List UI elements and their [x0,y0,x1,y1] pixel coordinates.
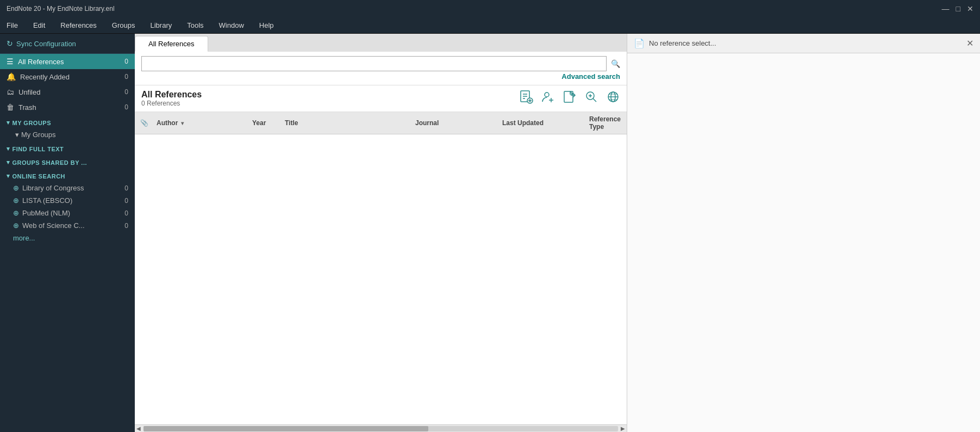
sidebar: ↻ Sync Configuration ☰ All References 0 … [0,34,135,432]
scroll-track[interactable] [143,426,618,431]
table-body [135,134,627,424]
online-search-label: ONLINE SEARCH [13,173,66,180]
tab-all-references[interactable]: All References [135,36,208,52]
svg-point-7 [545,92,549,97]
search-icon[interactable]: 🔍 [611,59,620,68]
right-panel-title: No reference select... [649,39,716,47]
right-panel-doc-icon: 📄 [634,38,645,48]
find-pdf-icon[interactable] [584,90,598,107]
menu-bar: File Edit References Groups Library Tool… [0,17,980,34]
scroll-right-button[interactable]: ▶ [619,425,627,433]
scroll-left-button[interactable]: ◀ [135,425,142,433]
right-panel-body [627,53,980,432]
maximize-button[interactable]: □ [956,4,960,13]
trash-count: 0 [124,103,128,111]
sidebar-item-unfiled[interactable]: 🗂 Unfiled 0 [0,84,135,100]
col-title-header[interactable]: Title [285,119,415,127]
my-groups-section[interactable]: ▾ MY GROUPS [0,115,135,128]
close-button[interactable]: ✕ [967,4,973,13]
export-icon[interactable] [563,90,577,107]
sidebar-item-trash[interactable]: 🗑 Trash 0 [0,100,135,115]
loc-count: 0 [124,184,128,192]
my-groups-chevron-icon: ▾ [7,119,10,126]
col-attach: 📎 [135,119,154,127]
loc-globe-icon: ⊕ [13,184,19,192]
advanced-search-link[interactable]: Advanced search [141,71,620,83]
main-layout: ↻ Sync Configuration ☰ All References 0 … [0,34,980,432]
scroll-thumb[interactable] [143,426,428,431]
sidebar-item-recently-added[interactable]: 🔔 Recently Added 0 [0,69,135,84]
menu-groups[interactable]: Groups [110,19,138,32]
online-item-pubmed[interactable]: ⊕ PubMed (NLM) 0 [0,207,135,219]
lista-globe-icon: ⊕ [13,196,19,205]
online-item-lista[interactable]: ⊕ LISTA (EBSCO) 0 [0,194,135,207]
groups-shared-chevron-icon: ▾ [7,159,10,166]
online-item-loc[interactable]: ⊕ Library of Congress 0 [0,182,135,194]
app-title: EndNote 20 - My EndNote Library.enl [7,5,115,13]
menu-tools[interactable]: Tools [185,19,205,32]
lista-count: 0 [124,197,128,205]
ref-toolbar [519,90,620,107]
trash-label: Trash [18,103,36,112]
sync-icon: ↻ [7,39,13,48]
wos-globe-icon: ⊕ [13,221,19,230]
my-groups-sub-label: My Groups [21,131,56,139]
menu-references[interactable]: References [58,19,98,32]
unfiled-icon: 🗂 [7,88,14,96]
references-count: 0 References [141,100,202,107]
wos-count: 0 [124,222,128,230]
horizontal-scrollbar[interactable]: ◀ ▶ [135,424,627,432]
online-item-wos[interactable]: ⊕ Web of Science C... 0 [0,219,135,232]
search-area: 🔍 Advanced search [135,52,627,85]
all-references-count: 0 [124,58,128,65]
my-groups-sub-chevron-icon: ▾ [15,131,19,139]
col-reftype-header[interactable]: Reference Type [589,115,627,131]
tab-bar: All References [135,34,627,52]
right-panel-header: 📄 No reference select... ✕ [627,34,980,53]
search-row: 🔍 [141,56,620,71]
search-input[interactable] [141,56,607,71]
menu-edit[interactable]: Edit [31,19,47,32]
recently-added-icon: 🔔 [7,72,16,81]
references-header: All References 0 References [135,85,627,112]
online-search-toolbar-icon[interactable] [606,90,620,107]
menu-library[interactable]: Library [148,19,174,32]
right-panel-close-button[interactable]: ✕ [966,38,973,48]
sidebar-sub-my-groups[interactable]: ▾ My Groups [0,128,135,141]
sync-label: Sync Configuration [16,40,76,48]
trash-icon: 🗑 [7,103,14,112]
unfiled-label: Unfiled [18,88,40,96]
all-references-label: All References [18,58,64,66]
online-search-chevron-icon: ▾ [7,172,10,180]
minimize-button[interactable]: — [942,4,950,13]
pubmed-label: PubMed (NLM) [22,209,70,217]
lista-label: LISTA (EBSCO) [22,196,72,205]
loc-label: Library of Congress [22,184,84,192]
menu-file[interactable]: File [4,19,20,32]
window-controls: — □ ✕ [942,4,973,13]
find-full-text-chevron-icon: ▾ [7,145,10,152]
add-reference-icon[interactable] [519,90,533,107]
sync-configuration[interactable]: ↻ Sync Configuration [0,34,135,54]
more-link[interactable]: more... [0,232,135,244]
col-journal-header[interactable]: Journal [415,119,502,127]
references-title-block: All References 0 References [141,90,202,107]
col-author-header[interactable]: Author ▾ [154,119,252,127]
col-year-header[interactable]: Year [252,119,285,127]
add-author-icon[interactable] [541,90,555,107]
my-groups-label: MY GROUPS [13,120,52,126]
all-references-icon: ☰ [7,57,14,66]
groups-shared-label: GROUPS SHARED BY ... [13,159,88,166]
pubmed-globe-icon: ⊕ [13,209,19,217]
wos-label: Web of Science C... [22,221,85,230]
menu-help[interactable]: Help [257,19,276,32]
sidebar-item-all-references[interactable]: ☰ All References 0 [0,54,135,69]
groups-shared-section[interactable]: ▾ GROUPS SHARED BY ... [0,155,135,168]
pubmed-count: 0 [124,209,128,217]
find-full-text-section[interactable]: ▾ FIND FULL TEXT [0,141,135,155]
content-area: All References 🔍 Advanced search All Ref… [135,34,627,432]
title-bar: EndNote 20 - My EndNote Library.enl — □ … [0,0,980,17]
online-search-section[interactable]: ▾ ONLINE SEARCH [0,168,135,182]
menu-window[interactable]: Window [217,19,246,32]
col-updated-header[interactable]: Last Updated [502,119,589,127]
